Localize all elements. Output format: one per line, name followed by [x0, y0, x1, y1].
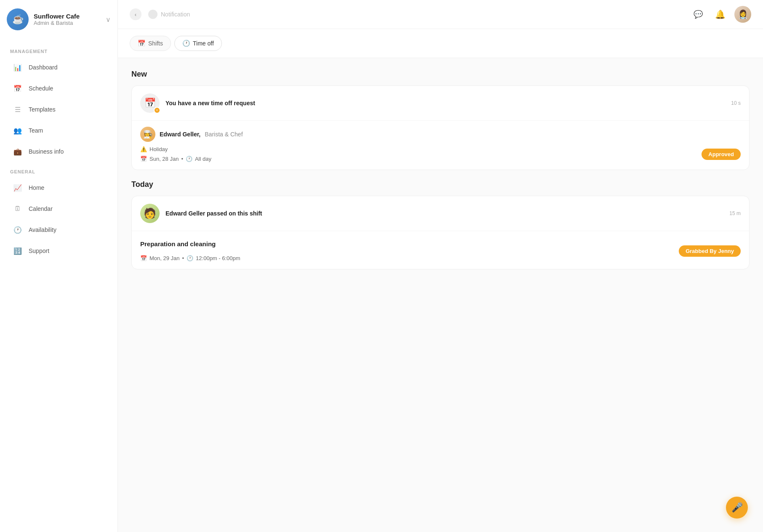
notif-detail: 🧑‍🍳 Edward Geller, Barista & Chef ⚠️ Hol… — [132, 121, 749, 170]
notif-user-role: Barista & Chef — [205, 131, 243, 138]
templates-icon: ☰ — [12, 104, 24, 115]
dot-separator: • — [181, 156, 183, 162]
today-notif-header: 🧑 Edward Geller passed on this shift 15 … — [132, 196, 749, 231]
biz-logo: ☕ — [7, 8, 29, 30]
calendar-icon: 🗓 — [12, 203, 24, 215]
shift-time-range: 12:00pm - 6:00pm — [196, 255, 240, 261]
sidebar-item-label: Schedule — [29, 85, 53, 92]
schedule-icon: 📅 — [12, 82, 24, 94]
tab-time-off[interactable]: 🕐 Time off — [174, 36, 222, 51]
biz-info: Sunflower Cafe Admin & Barista — [34, 13, 101, 26]
today-detail-left: Preparation and cleaning 📅 Mon, 29 Jan •… — [140, 240, 240, 261]
management-section-label: MANAGEMENT — [10, 49, 111, 54]
shift-date-row: 📅 Mon, 29 Jan • 🕐 12:00pm - 6:00pm — [140, 255, 240, 261]
bell-button[interactable]: 🔔 — [712, 7, 728, 22]
topbar: ‹ Notification 💬 🔔 👩‍⚕️ — [118, 0, 763, 29]
notif-avatar: 📅 + — [140, 93, 160, 113]
biz-chevron-icon[interactable]: ∨ — [106, 16, 111, 24]
notif-date: Sun, 28 Jan — [149, 156, 179, 162]
time-off-tab-label: Time off — [193, 40, 214, 47]
chat-icon: 💬 — [694, 10, 703, 19]
sidebar-item-calendar[interactable]: 🗓 Calendar — [7, 199, 111, 219]
sidebar-item-business-info[interactable]: 💼 Business info — [7, 141, 111, 162]
sidebar-item-team[interactable]: 👥 Team — [7, 120, 111, 141]
sidebar-item-label: Availability — [29, 226, 56, 233]
today-section-title: Today — [131, 180, 750, 189]
today-notif-time: 15 m — [729, 210, 741, 216]
biz-role: Admin & Barista — [34, 20, 101, 26]
biz-name: Sunflower Cafe — [34, 13, 101, 20]
availability-icon: 🕐 — [12, 224, 24, 236]
shift-time-icon: 🕐 — [187, 255, 193, 261]
bell-icon: 🔔 — [715, 9, 726, 19]
notif-user-row: 🧑‍🍳 Edward Geller, Barista & Chef — [140, 127, 741, 142]
search-circle-icon — [148, 10, 157, 19]
sidebar-item-label: Calendar — [29, 205, 53, 212]
business-info-icon: 💼 — [12, 146, 24, 157]
sidebar-item-availability[interactable]: 🕐 Availability — [7, 220, 111, 240]
type-icon: ⚠️ — [140, 146, 147, 152]
shift-date-icon: 📅 — [140, 255, 147, 261]
support-icon: 🔢 — [12, 245, 24, 257]
grabbed-badge: Grabbed By Jenny — [679, 245, 741, 257]
chat-button[interactable]: 💬 — [691, 7, 706, 22]
sidebar-item-label: Support — [29, 247, 49, 254]
shift-date: Mon, 29 Jan — [149, 255, 180, 261]
sidebar-item-schedule[interactable]: 📅 Schedule — [7, 78, 111, 98]
content-area: New 📅 + You have a new time off request … — [118, 58, 763, 532]
user-avatar[interactable]: 👩‍⚕️ — [734, 6, 751, 23]
search-area: Notification — [148, 10, 691, 19]
sidebar: ☕ Sunflower Cafe Admin & Barista ∨ MANAG… — [0, 0, 118, 532]
shift-title: Preparation and cleaning — [140, 240, 240, 247]
sidebar-item-support[interactable]: 🔢 Support — [7, 241, 111, 261]
notif-header: 📅 + You have a new time off request 10 s — [132, 86, 749, 121]
fab-button[interactable]: 🎤 — [726, 497, 748, 519]
tab-shifts[interactable]: 📅 Shifts — [130, 36, 171, 51]
dashboard-icon: 📊 — [12, 61, 24, 73]
notif-user-name: Edward Geller, — [160, 131, 200, 138]
notif-badge: + — [154, 107, 160, 114]
tabs-bar: 📅 Shifts 🕐 Time off — [118, 29, 763, 58]
new-section-title: New — [131, 70, 750, 79]
notif-type-row: ⚠️ Holiday — [140, 146, 211, 152]
notif-title: You have a new time off request — [165, 100, 725, 106]
sidebar-item-home[interactable]: 📈 Home — [7, 178, 111, 198]
date-icon: 📅 — [140, 156, 147, 162]
notif-detail-row: ⚠️ Holiday 📅 Sun, 28 Jan • 🕐 All day App… — [140, 146, 741, 162]
sidebar-item-label: Home — [29, 184, 44, 191]
notif-time: 10 s — [731, 100, 741, 106]
today-notification-card[interactable]: 🧑 Edward Geller passed on this shift 15 … — [131, 196, 750, 269]
shifts-tab-icon: 📅 — [138, 40, 146, 47]
notif-user-avatar: 🧑‍🍳 — [140, 127, 155, 142]
general-section-label: GENERAL — [10, 169, 111, 174]
home-icon: 📈 — [12, 182, 24, 194]
approved-badge: Approved — [702, 149, 741, 160]
new-notification-card[interactable]: 📅 + You have a new time off request 10 s… — [131, 85, 750, 170]
today-user-avatar: 🧑 — [140, 204, 160, 223]
sidebar-item-dashboard[interactable]: 📊 Dashboard — [7, 57, 111, 77]
notif-time-label: All day — [195, 156, 211, 162]
sidebar-item-templates[interactable]: ☰ Templates — [7, 99, 111, 120]
topbar-actions: 💬 🔔 👩‍⚕️ — [691, 6, 751, 23]
sidebar-item-label: Templates — [29, 106, 56, 113]
today-notif-title: Edward Geller passed on this shift — [165, 210, 723, 217]
shifts-tab-label: Shifts — [148, 40, 163, 47]
team-icon: 👥 — [12, 125, 24, 136]
notif-type-label: Holiday — [149, 146, 168, 152]
sidebar-item-label: Team — [29, 127, 43, 134]
main-panel: ‹ Notification 💬 🔔 👩‍⚕️ 📅 Shifts 🕐 Time … — [118, 0, 763, 532]
notif-date-row: 📅 Sun, 28 Jan • 🕐 All day — [140, 156, 211, 162]
time-off-tab-icon: 🕐 — [182, 40, 190, 47]
today-detail-row: Preparation and cleaning 📅 Mon, 29 Jan •… — [140, 240, 741, 261]
notif-detail-left: ⚠️ Holiday 📅 Sun, 28 Jan • 🕐 All day — [140, 146, 211, 162]
sidebar-item-label: Business info — [29, 148, 64, 155]
today-notif-detail: Preparation and cleaning 📅 Mon, 29 Jan •… — [132, 231, 749, 269]
notification-label: Notification — [161, 11, 190, 18]
fab-icon: 🎤 — [731, 502, 743, 513]
sidebar-collapse-button[interactable]: ‹ — [130, 8, 141, 20]
shift-dot-separator: • — [182, 255, 184, 261]
sidebar-item-label: Dashboard — [29, 64, 58, 71]
time-icon: 🕐 — [186, 156, 192, 162]
biz-selector[interactable]: ☕ Sunflower Cafe Admin & Barista ∨ — [7, 8, 111, 30]
user-avatar-icon: 👩‍⚕️ — [738, 9, 748, 19]
